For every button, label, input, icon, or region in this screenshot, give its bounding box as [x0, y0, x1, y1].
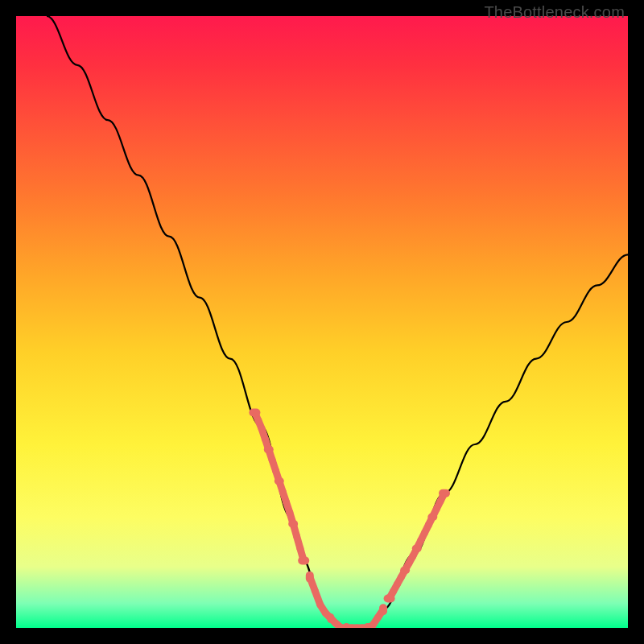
highlight-cap	[427, 514, 437, 521]
chart-frame: TheBottleneck.com	[0, 0, 644, 644]
highlight-cap	[379, 604, 387, 615]
highlight-cap	[439, 489, 450, 497]
chart-plot-area	[16, 16, 628, 628]
chart-svg	[16, 16, 628, 628]
highlight-cap	[264, 446, 274, 453]
highlight-cap	[412, 545, 422, 552]
highlight-cap	[400, 567, 410, 574]
highlight-cap	[327, 613, 334, 623]
bottleneck-curve	[47, 16, 628, 628]
watermark-text: TheBottleneck.com	[484, 3, 625, 22]
highlight-cap	[384, 595, 395, 603]
highlight-cap	[288, 520, 298, 527]
highlight-cap	[298, 556, 309, 564]
highlight-cap	[343, 623, 350, 628]
highlight-markers	[249, 408, 450, 628]
highlight-cap	[306, 572, 314, 583]
highlight-cap	[275, 477, 284, 485]
highlight-cap	[249, 408, 260, 416]
